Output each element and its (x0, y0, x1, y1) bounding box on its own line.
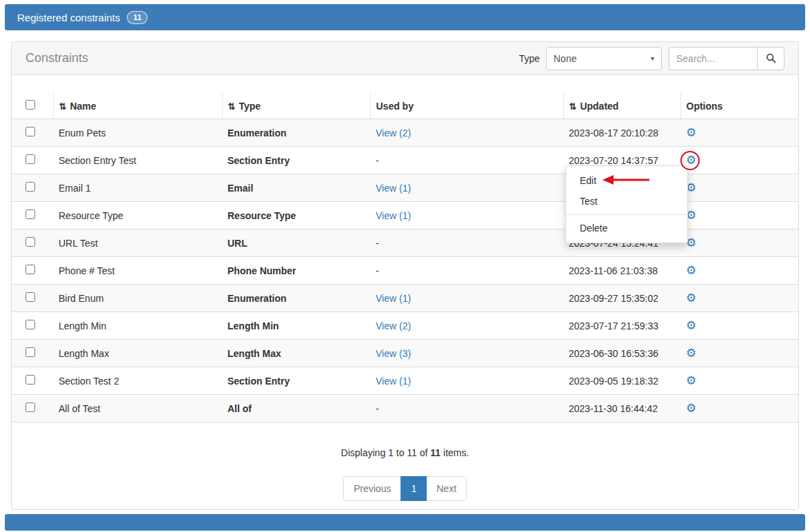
row-checkbox[interactable] (26, 154, 35, 164)
filter-controls: Type None ▾ (519, 47, 784, 70)
row-checkbox[interactable] (26, 265, 35, 274)
row-type: Enumeration (222, 119, 370, 147)
row-checkbox[interactable] (26, 127, 35, 136)
row-name: Email 1 (53, 174, 222, 202)
row-type: Section Entry (222, 147, 370, 174)
row-used-by[interactable]: View (1) (376, 293, 411, 304)
sort-icon: ⇅ (59, 101, 67, 112)
menu-item-edit[interactable]: Edit (566, 170, 687, 191)
menu-divider (566, 214, 687, 215)
summary-total: 11 (430, 447, 441, 458)
table-body: Enum Pets Enumeration View (2) 2023-08-1… (12, 119, 798, 422)
menu-item-delete[interactable]: Delete (566, 218, 687, 238)
table-row: Length Max Length Max View (3) 2023-06-3… (12, 340, 798, 367)
sort-icon: ⇅ (569, 101, 577, 112)
constraints-table: ⇅Name ⇅Type Used by ⇅Updated Options (12, 93, 798, 422)
row-name: Section Test 2 (53, 367, 222, 395)
row-name: Enum Pets (53, 119, 222, 147)
table-row: Phone # Test Phone Number - 2023-11-06 2… (12, 257, 798, 285)
row-used-by: - (376, 155, 379, 166)
gear-icon[interactable]: ⚙ (686, 154, 696, 167)
row-used-by: - (376, 403, 379, 414)
row-type: Enumeration (222, 285, 370, 312)
row-used-by: - (376, 238, 379, 249)
select-all-checkbox[interactable] (26, 100, 35, 110)
row-checkbox[interactable] (26, 347, 35, 357)
page-title: Registered constraints (17, 12, 120, 23)
row-used-by[interactable]: View (2) (376, 127, 411, 139)
row-checkbox[interactable] (26, 320, 35, 329)
gear-icon[interactable]: ⚙ (686, 291, 696, 305)
top-header-bar: Registered constraints 11 (5, 4, 805, 30)
pagination-previous-button[interactable]: Previous (343, 476, 401, 501)
pagination: Previous1Next (12, 476, 798, 501)
column-header-name[interactable]: ⇅Name (53, 93, 222, 119)
row-checkbox[interactable] (26, 292, 35, 302)
row-type: Section Entry (222, 367, 370, 395)
row-used-by[interactable]: View (1) (376, 183, 411, 194)
row-updated: 2023-09-27 15:35:02 (563, 285, 680, 312)
gear-icon[interactable]: ⚙ (686, 347, 696, 360)
search-input[interactable] (669, 47, 757, 70)
row-type: Email (222, 174, 370, 202)
row-name: Section Entry Test (53, 147, 222, 174)
type-filter-value: None (554, 53, 576, 64)
summary-suffix: items. (441, 447, 469, 458)
summary-prefix: Displaying 1 to 11 of (341, 447, 431, 458)
row-type: Phone Number (222, 257, 370, 285)
row-type: Length Max (222, 340, 370, 367)
results-summary: Displaying 1 to 11 of 11 items. (12, 447, 798, 458)
column-label: Used by (376, 101, 414, 112)
pagination-page-1-button[interactable]: 1 (401, 476, 427, 501)
page: Registered constraints 11 Constraints Ty… (0, 0, 810, 532)
options-context-menu: Edit Test Delete (565, 165, 688, 243)
sort-icon: ⇅ (228, 101, 236, 112)
row-updated: 2023-08-17 20:10:28 (563, 119, 680, 147)
row-used-by[interactable]: View (1) (376, 210, 411, 221)
row-type: Resource Type (222, 202, 370, 229)
row-checkbox[interactable] (26, 209, 35, 219)
type-filter-select[interactable]: None ▾ (546, 47, 662, 70)
row-type: URL (222, 229, 370, 257)
row-name: URL Test (53, 229, 222, 257)
gear-icon[interactable]: ⚙ (686, 264, 696, 277)
row-name: All of Test (53, 395, 222, 422)
column-header-options: Options (680, 93, 798, 119)
search-button[interactable] (757, 47, 784, 70)
table-row: All of Test All of - 2023-11-30 16:44:42… (12, 395, 798, 422)
search-group (669, 47, 784, 70)
gear-icon[interactable]: ⚙ (686, 402, 696, 415)
row-used-by[interactable]: View (2) (376, 320, 411, 331)
row-checkbox[interactable] (26, 375, 35, 385)
column-label: Updated (580, 101, 618, 112)
row-checkbox[interactable] (26, 402, 35, 412)
row-updated: 2023-11-30 16:44:42 (563, 395, 680, 422)
row-name: Phone # Test (53, 257, 222, 285)
column-header-type[interactable]: ⇅Type (222, 93, 370, 119)
table-row: Length Min Length Min View (2) 2023-07-1… (12, 312, 798, 340)
gear-icon[interactable]: ⚙ (686, 374, 696, 387)
row-checkbox[interactable] (26, 237, 35, 247)
pagination-next-button[interactable]: Next (426, 476, 467, 501)
search-icon (766, 53, 776, 63)
table-row: Bird Enum Enumeration View (1) 2023-09-2… (12, 285, 798, 312)
row-used-by[interactable]: View (1) (376, 376, 411, 387)
row-used-by[interactable]: View (3) (376, 348, 411, 359)
count-badge: 11 (127, 11, 148, 24)
column-label: Name (70, 101, 96, 112)
gear-icon[interactable]: ⚙ (686, 126, 696, 139)
constraints-panel: Constraints Type None ▾ (11, 41, 799, 510)
bottom-bar (5, 514, 805, 531)
row-type: Length Min (222, 312, 370, 340)
row-updated: 2023-06-30 16:53:36 (563, 340, 680, 367)
row-used-by: - (376, 265, 379, 276)
menu-item-test[interactable]: Test (566, 191, 687, 212)
chevron-down-icon: ▾ (651, 54, 654, 62)
row-checkbox[interactable] (26, 182, 35, 192)
row-name: Length Max (53, 340, 222, 367)
row-updated: 2023-09-05 19:18:32 (563, 367, 680, 395)
row-updated: 2023-11-06 21:03:38 (563, 257, 680, 285)
column-header-updated[interactable]: ⇅Updated (563, 93, 680, 119)
gear-icon[interactable]: ⚙ (686, 319, 696, 332)
row-name: Length Min (53, 312, 222, 340)
